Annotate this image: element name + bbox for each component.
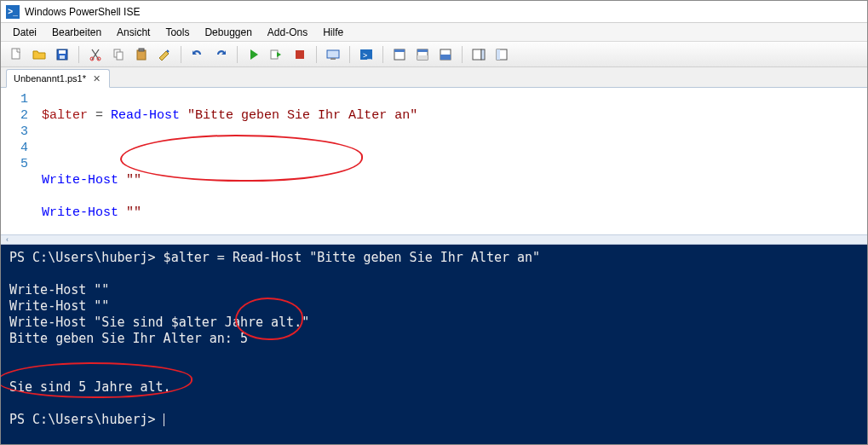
- svg-rect-2: [59, 50, 66, 54]
- tabstrip: Unbenannt1.ps1* ✕: [1, 67, 867, 88]
- run-selection-button[interactable]: [267, 44, 287, 65]
- paste-button[interactable]: [131, 44, 152, 65]
- layout-console-button[interactable]: [435, 44, 456, 65]
- tok-str: "": [126, 173, 141, 188]
- svg-rect-23: [473, 49, 481, 60]
- svg-rect-26: [497, 49, 500, 60]
- svg-rect-20: [417, 55, 428, 60]
- command-pane-button[interactable]: [468, 44, 489, 65]
- console-line: Write-Host "": [9, 282, 109, 298]
- svg-rect-17: [394, 49, 405, 52]
- layout-script-button[interactable]: [389, 44, 410, 65]
- clear-button[interactable]: [154, 44, 175, 65]
- svg-rect-22: [440, 55, 451, 60]
- console-line: Sie sind 5 Jahre alt.: [9, 379, 171, 395]
- code-line-4: Write-Host "": [42, 205, 867, 221]
- svg-rect-10: [271, 50, 278, 59]
- tok-var: $alter: [42, 108, 88, 123]
- console-pane[interactable]: PS C:\Users\huberj> $alter = Read-Host "…: [1, 245, 867, 444]
- copy-button[interactable]: [108, 44, 129, 65]
- separator-icon: [349, 46, 350, 63]
- console-line: Write-Host "Sie sind $alter Jahre alt.": [9, 315, 309, 330]
- app-icon: >_: [6, 5, 20, 19]
- svg-rect-13: [331, 58, 336, 60]
- tab-label: Unbenannt1.ps1*: [14, 73, 86, 84]
- undo-button[interactable]: [187, 44, 208, 65]
- line-number: 5: [1, 156, 28, 172]
- editor-pane[interactable]: 1 2 3 4 5 $alter = Read-Host "Bitte gebe…: [1, 88, 867, 234]
- separator-icon: [382, 46, 383, 63]
- svg-rect-3: [60, 55, 65, 59]
- separator-icon: [181, 46, 181, 63]
- menu-hilfe[interactable]: Hilfe: [316, 25, 350, 40]
- line-gutter: 1 2 3 4 5: [1, 88, 35, 234]
- separator-icon: [316, 46, 317, 63]
- tok-eq: =: [95, 108, 103, 123]
- tok-cmd: Write-Host: [42, 173, 118, 188]
- code-line-1: $alter = Read-Host "Bitte geben Sie Ihr …: [42, 107, 867, 124]
- svg-rect-9: [139, 49, 144, 51]
- save-button[interactable]: [52, 44, 72, 65]
- code-area[interactable]: $alter = Read-Host "Bitte geben Sie Ihr …: [35, 88, 867, 234]
- line-number: 4: [1, 140, 28, 156]
- console-prompt: PS C:\Users\huberj>: [9, 412, 164, 427]
- svg-rect-11: [296, 50, 304, 59]
- stop-button[interactable]: [290, 44, 310, 65]
- code-line-3: Write-Host "": [42, 172, 867, 188]
- run-script-button[interactable]: [244, 44, 264, 65]
- separator-icon: [237, 46, 238, 63]
- file-tab[interactable]: Unbenannt1.ps1* ✕: [6, 69, 110, 88]
- separator-icon: [78, 46, 79, 63]
- tok-str: "Bitte geben Sie Ihr Alter an": [187, 108, 417, 123]
- menu-addons[interactable]: Add-Ons: [261, 25, 314, 40]
- remote-button[interactable]: [323, 44, 343, 65]
- open-file-button[interactable]: [29, 44, 49, 65]
- menu-datei[interactable]: Datei: [6, 25, 43, 40]
- tok-cmd: Write-Host: [42, 205, 118, 220]
- tab-close-button[interactable]: ✕: [91, 74, 102, 84]
- menubar: Datei Bearbeiten Ansicht Tools Debuggen …: [1, 23, 867, 42]
- svg-rect-12: [327, 50, 339, 58]
- code-line-2: [42, 140, 867, 156]
- powershell-button[interactable]: >_: [356, 44, 377, 65]
- svg-rect-24: [481, 49, 485, 60]
- console-line: Write-Host "": [9, 298, 109, 314]
- svg-rect-19: [417, 49, 428, 52]
- separator-icon: [462, 46, 463, 63]
- layout-split-button[interactable]: [412, 44, 433, 65]
- svg-text:>_: >_: [363, 51, 372, 60]
- toolbox-button[interactable]: [491, 44, 512, 65]
- menu-debuggen[interactable]: Debuggen: [198, 25, 258, 40]
- tok-str: "": [126, 205, 141, 220]
- line-number: 1: [1, 91, 28, 107]
- line-number: 2: [1, 107, 28, 124]
- window-title: Windows PowerShell ISE: [25, 6, 140, 18]
- cut-button[interactable]: [85, 44, 106, 65]
- line-number: 3: [1, 124, 28, 140]
- new-file-button[interactable]: [6, 44, 26, 65]
- toolbar: >_: [1, 42, 867, 67]
- pane-splitter[interactable]: ‹: [1, 234, 867, 245]
- svg-rect-8: [137, 50, 146, 60]
- console-line: PS C:\Users\huberj> $alter = Read-Host "…: [9, 250, 540, 265]
- menu-bearbeiten[interactable]: Bearbeiten: [45, 25, 108, 40]
- console-line: Bitte geben Sie Ihr Alter an: 5: [9, 331, 248, 346]
- redo-button[interactable]: [210, 44, 231, 65]
- cursor-icon: [164, 413, 164, 426]
- titlebar: >_ Windows PowerShell ISE: [1, 1, 867, 23]
- menu-ansicht[interactable]: Ansicht: [110, 25, 157, 40]
- svg-rect-7: [117, 52, 123, 60]
- menu-tools[interactable]: Tools: [158, 25, 196, 40]
- tok-cmd: Read-Host: [111, 108, 180, 123]
